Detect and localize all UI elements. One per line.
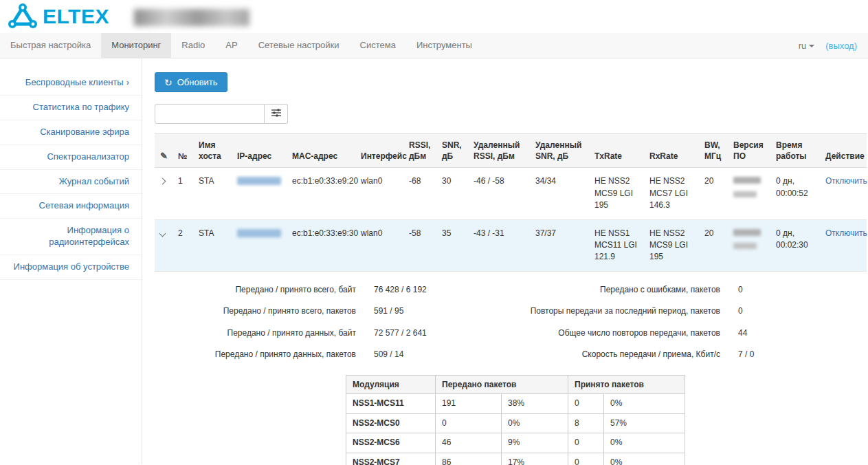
cell-hostname: STA: [193, 219, 232, 271]
cell-fw-version: [728, 219, 770, 271]
stat-pair: Передано / принято данных, пакетов509 / …: [160, 344, 497, 365]
tx-percent: 17%: [502, 453, 568, 465]
cell-bw: 20: [699, 168, 728, 219]
stat-label: Скорость передачи / приема, Кбит/с: [524, 349, 720, 360]
cell-txrate: HE NSS1 MCS11 LGI 121.9: [589, 219, 644, 271]
sidebar: Беспроводные клиенты› Статистика по траф…: [0, 58, 142, 464]
logout-link[interactable]: (выход): [825, 41, 857, 51]
col-header-interface: Интерфейс: [355, 134, 403, 168]
cell-bw: 20: [699, 219, 728, 271]
col-header-number: №: [173, 134, 193, 168]
redacted-fw-version: [733, 229, 761, 236]
sidebar-item-event-log[interactable]: Журнал событий: [0, 170, 142, 195]
eltex-logo-icon: [7, 3, 38, 31]
stat-value: 591 / 95: [356, 305, 403, 317]
cell-txrate: HE NSS2 MCS9 LGI 195: [589, 168, 644, 219]
client-stats: Передано / принято всего, байт76 428 / 6…: [160, 279, 861, 366]
cell-uptime: 0 дн, 00:00:52: [770, 168, 820, 219]
cell-rxrate: HE NSS2 MCS7 LGI 146.3: [644, 168, 699, 219]
cell-mac: ec:b1:e0:33:e9:20: [287, 168, 355, 219]
stat-value: 76 428 / 6 192: [356, 284, 427, 296]
stat-pair: Передано / принято всего, байт76 428 / 6…: [160, 279, 497, 301]
col-header-ip: IP-адрес: [232, 134, 287, 168]
row-expander[interactable]: [155, 168, 173, 219]
sidebar-item-network-info[interactable]: Сетевая информация: [0, 194, 142, 219]
nav-item-tools[interactable]: Инструменты: [406, 33, 482, 58]
cell-snr: 30: [436, 168, 468, 219]
nav-item-system[interactable]: Система: [350, 33, 406, 58]
disconnect-link[interactable]: Отключить: [825, 176, 867, 186]
client-stats-left: Передано / принято всего, байт76 428 / 6…: [160, 279, 497, 366]
client-details-row: Передано / принято всего, байт76 428 / 6…: [155, 271, 867, 465]
stat-pair: Скорость передачи / приема, Кбит/с7 / 0: [524, 344, 861, 365]
row-expander[interactable]: [155, 219, 173, 271]
chevron-right-icon: [159, 178, 166, 185]
nav-item-radio[interactable]: Radio: [171, 33, 215, 58]
rx-percent: 0%: [604, 433, 685, 453]
cell-remote-snr: 34/34: [530, 168, 589, 219]
disconnect-link[interactable]: Отключить: [825, 228, 867, 238]
modulation-row: NSS2-MCS6 46 9% 0 0%: [346, 433, 685, 453]
sidebar-item-traffic-stats[interactable]: Статистика по трафику: [0, 96, 142, 120]
col-header-mac: MAC-адрес: [287, 134, 355, 168]
redacted-fw-build: [733, 191, 757, 197]
sidebar-item-device-info[interactable]: Информация об устройстве: [0, 255, 142, 280]
tx-packets: 0: [436, 413, 502, 433]
cell-rssi: -68: [403, 168, 436, 219]
refresh-button[interactable]: ↻ Обновить: [155, 72, 227, 92]
redacted-ip-address: [237, 229, 281, 237]
modulation-table: Модуляция Передано пакетов Принято пакет…: [346, 375, 685, 465]
stat-pair: Общее число повторов передачи, пакетов44: [524, 323, 861, 344]
chevron-down-icon: [159, 230, 166, 237]
sidebar-item-wireless-clients[interactable]: Беспроводные клиенты›: [0, 71, 142, 96]
refresh-label: Обновить: [177, 77, 218, 87]
rx-packets: 8: [568, 413, 604, 433]
stat-value: 72 577 / 2 641: [356, 327, 427, 339]
stat-value: 0: [720, 305, 743, 317]
stat-pair: Передано / принято всего, пакетов591 / 9…: [160, 301, 497, 322]
refresh-icon: ↻: [164, 78, 173, 87]
col-header-bw: BW, МГц: [699, 134, 728, 168]
redacted-fw-version: [733, 177, 761, 184]
tx-packets: 86: [436, 453, 502, 465]
nav-item-quick-setup[interactable]: Быстрая настройка: [0, 33, 101, 58]
clients-table-header-row: ✎ № Имя хоста IP-адрес MAC-адрес Интерфе…: [155, 134, 867, 168]
col-header-fw-version: Версия ПО: [728, 134, 770, 168]
col-header-hostname: Имя хоста: [193, 134, 232, 168]
logo-text: ELTEX: [43, 6, 109, 27]
tx-percent: 0%: [502, 413, 568, 433]
cell-fw-version: [728, 168, 770, 219]
cell-snr: 35: [436, 219, 468, 271]
cell-rxrate: HE NSS2 MCS9 LGI 195: [644, 219, 699, 271]
filter-button[interactable]: [265, 104, 288, 124]
language-dropdown[interactable]: ru: [799, 41, 815, 51]
language-label: ru: [799, 41, 807, 51]
tx-packets: 191: [436, 394, 502, 413]
stat-value: 509 / 14: [356, 349, 403, 360]
search-input[interactable]: [155, 104, 265, 124]
sidebar-item-radio-interfaces-info[interactable]: Информация о радиоинтерфейсах: [0, 219, 142, 255]
rx-percent: 57%: [604, 413, 685, 433]
client-row-2[interactable]: 2 STA ec:b1:e0:33:e9:30 wlan0 -58 35 -43…: [155, 219, 867, 271]
col-header-modulation: Модуляция: [346, 376, 436, 394]
main-nav: Быстрая настройка Мониторинг Radio AP Се…: [0, 33, 868, 58]
modulation-row: NSS2-MCS0 0 0% 8 57%: [346, 413, 685, 433]
stat-label: Общее число повторов передачи, пакетов: [524, 327, 720, 339]
sidebar-item-air-scan[interactable]: Сканирование эфира: [0, 120, 142, 145]
sidebar-item-spectrum-analyzer[interactable]: Спектроанализатор: [0, 145, 142, 170]
cell-action: Отключить: [820, 168, 867, 219]
col-header-tx-packets: Передано пакетов: [436, 376, 568, 394]
modulation-name: NSS2-MCS6: [346, 433, 436, 453]
cell-ip: [232, 219, 287, 271]
client-stats-right: Передано с ошибками, пакетов0 Повторы пе…: [524, 279, 861, 366]
cell-action: Отключить: [820, 219, 867, 271]
clients-table: ✎ № Имя хоста IP-адрес MAC-адрес Интерфе…: [155, 133, 867, 465]
client-row-1[interactable]: 1 STA ec:b1:e0:33:e9:20 wlan0 -68 30 -46…: [155, 168, 867, 219]
col-header-snr: SNR, дБ: [436, 134, 468, 168]
nav-item-network-settings[interactable]: Сетевые настройки: [248, 33, 350, 58]
nav-item-ap[interactable]: AP: [215, 33, 247, 58]
chevron-right-icon: ›: [126, 77, 129, 87]
main-content: ↻ Обновить: [142, 58, 868, 465]
nav-item-monitoring[interactable]: Мониторинг: [101, 33, 171, 58]
stat-label: Передано / принято всего, пакетов: [160, 305, 356, 317]
